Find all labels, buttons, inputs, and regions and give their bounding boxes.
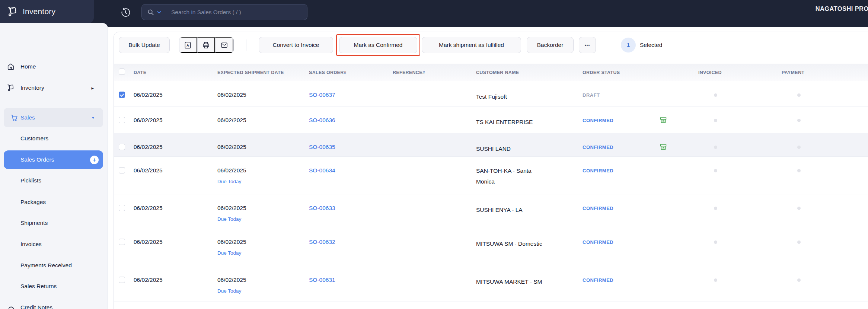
column-header-payment[interactable]: PAYMENT (782, 70, 868, 75)
app-logo[interactable]: Inventory (0, 0, 94, 23)
sales-order-link[interactable]: SO-00635 (309, 144, 335, 150)
column-header-order-status[interactable]: ORDER STATUS (583, 70, 698, 75)
search-input[interactable] (170, 9, 307, 16)
row-checkbox[interactable] (119, 117, 125, 123)
customer-name: SUSHI LAND (476, 146, 511, 152)
backorder-button[interactable]: Backorder (527, 37, 574, 53)
sidebar-item-payments-received[interactable]: Payments Received (20, 258, 72, 273)
payment-status-dot (797, 169, 801, 172)
row-checkbox[interactable] (119, 92, 125, 98)
sidebar-item-label: Sales (20, 114, 35, 121)
order-status: CONFIRMED (583, 168, 613, 173)
date-cell: 06/02/2025 (134, 91, 217, 99)
column-header-sales-order[interactable]: SALES ORDER# (309, 70, 393, 75)
customer-name: MITSUWA SM - Domestic (476, 240, 542, 247)
inventory-logo-icon (7, 6, 18, 17)
payment-status-dot (797, 207, 801, 210)
row-checkbox[interactable] (119, 277, 125, 283)
sales-order-link[interactable]: SO-00634 (309, 167, 335, 173)
add-sales-order-icon[interactable]: + (90, 156, 99, 164)
pdf-icon[interactable]: A (179, 37, 197, 53)
global-search[interactable] (141, 4, 307, 20)
sidebar: Home Inventory ▸ Sales ▾ Customers Sales… (0, 23, 108, 309)
expected-date-cell: 06/02/2025 (217, 204, 309, 212)
sidebar-item-picklists[interactable]: Picklists (20, 173, 41, 188)
customer-name: SAN-TOH-KA - Santa Monica (476, 165, 532, 187)
sales-orders-list-panel: Bulk Update A Convert to Invoice Mark as (114, 32, 868, 309)
sales-order-link[interactable]: SO-00631 (309, 277, 335, 283)
sidebar-item-home[interactable]: Home (0, 59, 108, 74)
sales-order-link[interactable]: SO-00636 (309, 117, 335, 123)
chevron-down-icon[interactable]: ▾ (92, 115, 94, 120)
row-checkbox[interactable] (119, 205, 125, 211)
date-cell: 06/02/2025 (134, 238, 217, 246)
table-row[interactable]: 06/02/2025 06/02/2025 Due Today SO-00633… (114, 194, 868, 228)
expected-date-cell: 06/02/2025 (217, 143, 309, 151)
column-header-customer-name[interactable]: CUSTOMER NAME (476, 70, 583, 75)
chevron-right-icon[interactable]: ▸ (91, 85, 94, 91)
customer-name: SUSHI ENYA - LA (476, 207, 523, 213)
app-title: Inventory (23, 7, 55, 16)
sidebar-item-sales-orders[interactable]: Sales Orders + (4, 150, 103, 169)
column-header-invoiced[interactable]: INVOICED (698, 70, 782, 75)
selected-count-badge: 1 (621, 38, 636, 52)
table-row[interactable]: 06/02/2025 06/02/2025 Due Today SO-00632… (114, 228, 868, 266)
svg-text:A: A (186, 43, 189, 47)
sidebar-item-customers[interactable]: Customers (20, 131, 48, 146)
row-checkbox[interactable] (119, 239, 125, 245)
column-header-reference[interactable]: REFERENCE# (393, 70, 476, 75)
sales-order-link[interactable]: SO-00637 (309, 92, 335, 98)
select-all-checkbox[interactable] (119, 69, 125, 75)
due-today-label: Due Today (217, 216, 309, 223)
sidebar-item-inventory[interactable]: Inventory ▸ (0, 80, 108, 96)
row-checkbox[interactable] (119, 167, 125, 173)
inventory-icon (7, 84, 15, 92)
invoiced-status-dot (714, 278, 717, 282)
order-status: DRAFT (583, 92, 600, 98)
toolbar-divider (607, 39, 607, 51)
sidebar-item-label: Sales Orders (20, 156, 54, 163)
customer-name: MITSUWA MARKET - SM (476, 278, 542, 285)
sidebar-item-credit-notes[interactable]: Credit Notes (20, 300, 52, 309)
row-checkbox[interactable] (119, 144, 125, 150)
sidebar-item-packages[interactable]: Packages (20, 194, 46, 210)
table-body: 06/02/2025 06/02/2025 SO-00637 Test Fuji… (114, 81, 868, 302)
sidebar-item-sales-returns[interactable]: Sales Returns (20, 278, 57, 294)
more-actions-button[interactable]: ••• (579, 37, 596, 53)
payment-status-dot (797, 278, 801, 282)
table-row[interactable]: 06/02/2025 06/02/2025 SO-00635 SUSHI LAN… (114, 133, 868, 157)
column-header-expected-shipment-date[interactable]: EXPECTED SHIPMENT DATE (217, 70, 309, 75)
search-scope-chevron-down-icon[interactable] (157, 11, 161, 14)
mark-shipment-fulfilled-button[interactable]: Mark shipment as fulfilled (422, 37, 521, 53)
expected-date-cell: 06/02/2025 (217, 117, 309, 124)
home-icon (7, 63, 15, 71)
mark-as-confirmed-button[interactable]: Mark as Confirmed (339, 37, 417, 53)
sidebar-item-invoices[interactable]: Invoices (20, 236, 42, 252)
recent-history-icon[interactable] (120, 7, 131, 18)
organization-name[interactable]: NAGATOSHI PROD (816, 5, 868, 12)
search-icon (147, 9, 154, 16)
table-row[interactable]: 06/02/2025 06/02/2025 Due Today SO-00631… (114, 266, 868, 302)
sales-order-link[interactable]: SO-00632 (309, 239, 335, 245)
due-today-label: Due Today (217, 249, 309, 257)
payment-status-dot (797, 93, 801, 97)
table-row[interactable]: 06/02/2025 06/02/2025 SO-00636 TS KAI EN… (114, 106, 868, 133)
invoiced-status-dot (714, 169, 717, 172)
table-row[interactable]: 06/02/2025 06/02/2025 Due Today SO-00634… (114, 157, 868, 194)
invoiced-status-dot (714, 240, 717, 244)
email-icon[interactable] (215, 37, 233, 53)
table-row[interactable]: 06/02/2025 06/02/2025 SO-00637 Test Fuji… (114, 81, 868, 106)
bulk-update-button[interactable]: Bulk Update (119, 37, 170, 53)
column-header-date[interactable]: DATE (134, 70, 217, 75)
sidebar-item-label: Home (20, 63, 36, 70)
customer-name: TS KAI ENTERPRISE (476, 119, 533, 125)
sidebar-item-shipments[interactable]: Shipments (20, 215, 48, 231)
export-actions-group: A (179, 37, 234, 53)
sidebar-item-sales[interactable]: Sales ▾ (4, 108, 103, 127)
topbar: Inventory NAGATOSHI PROD (0, 0, 868, 27)
convert-to-invoice-button[interactable]: Convert to Invoice (259, 37, 333, 53)
sales-order-link[interactable]: SO-00633 (309, 205, 335, 211)
print-icon[interactable] (197, 37, 216, 53)
invoiced-status-dot (714, 146, 717, 149)
expected-date-cell: 06/02/2025 (217, 167, 309, 174)
